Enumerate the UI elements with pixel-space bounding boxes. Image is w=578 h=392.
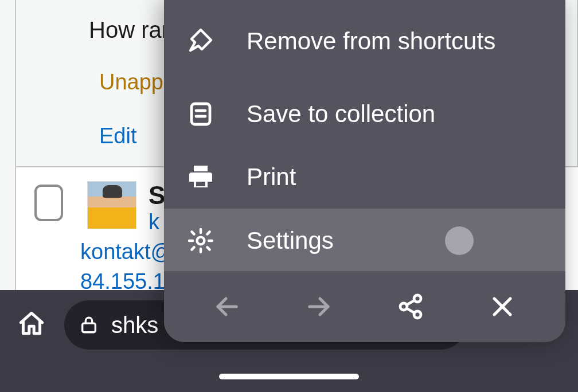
- menu-footer: [164, 271, 565, 342]
- svg-rect-4: [196, 182, 205, 186]
- svg-rect-1: [192, 104, 210, 124]
- close-menu-button[interactable]: [489, 293, 516, 320]
- forward-button[interactable]: [305, 293, 333, 320]
- menu-print[interactable]: Print: [164, 146, 565, 209]
- gesture-bar: [219, 374, 359, 379]
- lock-icon: [79, 314, 99, 336]
- menu-remove-shortcuts[interactable]: Remove from shortcuts: [164, 0, 565, 83]
- menu-label: Print: [247, 163, 296, 191]
- home-button[interactable]: [17, 309, 46, 338]
- comment-title: How ran: [89, 17, 174, 43]
- arrow-right-icon: [305, 293, 333, 320]
- pin-remove-icon: [187, 28, 214, 55]
- svg-line-11: [407, 300, 415, 305]
- browser-menu-panel: Remove from shortcuts Save to collection…: [164, 0, 565, 342]
- author-email-fragment[interactable]: kontakt@: [80, 240, 173, 264]
- print-icon: [187, 163, 214, 191]
- home-icon: [17, 309, 46, 338]
- avatar: [87, 181, 136, 229]
- menu-label: Settings: [247, 227, 334, 254]
- gear-icon: [187, 227, 214, 254]
- close-icon: [489, 293, 516, 320]
- svg-rect-0: [83, 323, 96, 332]
- collection-icon: [187, 100, 214, 128]
- menu-label: Remove from shortcuts: [247, 28, 495, 55]
- share-button[interactable]: [397, 293, 424, 320]
- share-icon: [397, 293, 424, 320]
- edit-link[interactable]: Edit: [99, 124, 136, 148]
- tap-indicator: [445, 226, 474, 255]
- author-name-fragment: S: [149, 181, 165, 210]
- menu-label: Save to collection: [247, 100, 435, 128]
- svg-line-12: [407, 308, 415, 313]
- url-text: shks: [111, 312, 158, 338]
- author-link-fragment[interactable]: k: [149, 210, 159, 234]
- svg-point-5: [197, 237, 205, 245]
- row-checkbox[interactable]: [34, 185, 63, 221]
- arrow-left-icon: [213, 293, 241, 320]
- status-unapproved[interactable]: Unappr: [99, 70, 171, 95]
- back-button[interactable]: [213, 293, 241, 320]
- menu-settings[interactable]: Settings: [164, 209, 565, 273]
- menu-save-collection[interactable]: Save to collection: [164, 83, 565, 146]
